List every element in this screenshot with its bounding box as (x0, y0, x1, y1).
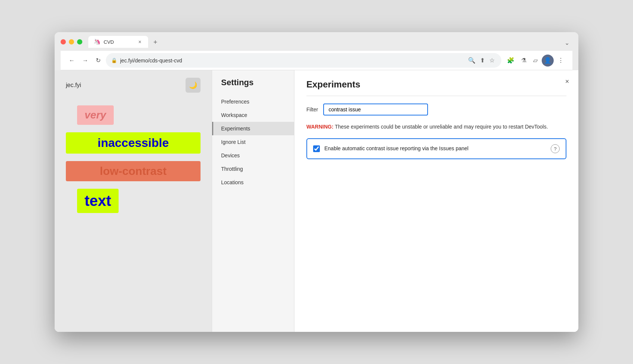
toolbar-buttons: 🧩 ⚗ ▱ 👤 ⋮ (504, 55, 566, 67)
settings-nav-experiments[interactable]: Experiments (212, 122, 294, 135)
filter-label: Filter (306, 107, 318, 112)
settings-nav-preferences[interactable]: Preferences (212, 95, 294, 108)
tab-favicon: 🦄 (94, 38, 101, 45)
window-controls (61, 39, 82, 44)
settings-nav-ignore-list[interactable]: Ignore List (212, 135, 294, 149)
lock-icon: 🔒 (111, 58, 117, 63)
experiments-button[interactable]: ⚗ (519, 55, 529, 66)
settings-divider (306, 96, 566, 96)
share-button[interactable]: ⬆ (478, 55, 486, 65)
extensions-button[interactable]: 🧩 (504, 55, 517, 66)
new-tab-button[interactable]: + (150, 37, 161, 48)
tab-title: CVD (104, 39, 114, 45)
url-bar: 🔒 🔍 ⬆ ☆ (106, 53, 501, 68)
settings-nav-locations[interactable]: Locations (212, 176, 294, 189)
dark-mode-button[interactable]: 🌙 (186, 78, 201, 93)
bookmark-button[interactable]: ☆ (488, 55, 496, 65)
title-bar: 🦄 CVD × + ⌄ ← → ↻ 🔒 🔍 ⬆ ☆ (55, 32, 578, 70)
search-url-button[interactable]: 🔍 (467, 55, 477, 65)
devtools-panel: Settings Preferences Workspace Experimen… (212, 70, 578, 332)
split-screen-button[interactable]: ▱ (530, 55, 540, 66)
filter-input[interactable] (323, 104, 428, 115)
back-button[interactable]: ← (67, 56, 77, 65)
tab-close-button[interactable]: × (137, 38, 143, 46)
settings-close-button[interactable]: × (562, 76, 572, 87)
settings-title: Settings (212, 78, 294, 95)
title-bar-top: 🦄 CVD × + ⌄ (61, 36, 572, 48)
warning-text: WARNING: These experiments could be unst… (306, 123, 566, 131)
demo-text-text: text (77, 189, 119, 213)
settings-nav-throttling[interactable]: Throttling (212, 162, 294, 176)
demo-text-very: very (77, 105, 114, 125)
browser-window: 🦄 CVD × + ⌄ ← → ↻ 🔒 🔍 ⬆ ☆ (55, 32, 578, 332)
forward-button[interactable]: → (80, 56, 91, 65)
experiment-item: Enable automatic contrast issue reportin… (306, 138, 566, 159)
profile-button[interactable]: 👤 (542, 55, 554, 67)
site-name-label: jec.fyi (66, 82, 81, 89)
close-window-button[interactable] (61, 39, 66, 44)
experiments-panel: × Experiments Filter WARNING: These expe… (294, 70, 578, 332)
menu-button[interactable]: ⋮ (555, 55, 566, 66)
warning-suffix: These experiments could be unstable or u… (333, 124, 548, 130)
settings-sidebar: Settings Preferences Workspace Experimen… (212, 70, 294, 332)
experiments-title: Experiments (306, 79, 566, 90)
webpage-panel: jec.fyi 🌙 very inaccessible low-contrast… (55, 70, 212, 332)
maximize-window-button[interactable] (77, 39, 82, 44)
demo-text-inaccessible: inaccessible (66, 132, 201, 154)
tabs-row: 🦄 CVD × + ⌄ (88, 36, 572, 48)
address-bar: ← → ↻ 🔒 🔍 ⬆ ☆ 🧩 ⚗ ▱ 👤 ⋮ (61, 51, 572, 70)
browser-tab[interactable]: 🦄 CVD × (88, 36, 148, 48)
page-content: jec.fyi 🌙 very inaccessible low-contrast… (55, 70, 578, 332)
tab-list-button[interactable]: ⌄ (562, 38, 572, 48)
experiment-checkbox[interactable] (313, 145, 320, 152)
demo-text-low-contrast: low-contrast (66, 161, 201, 181)
settings-nav-devices[interactable]: Devices (212, 149, 294, 162)
warning-prefix: WARNING: (306, 124, 333, 130)
experiment-help-button[interactable]: ? (551, 144, 560, 153)
url-actions: 🔍 ⬆ ☆ (467, 55, 496, 65)
settings-overlay: Settings Preferences Workspace Experimen… (212, 70, 578, 332)
minimize-window-button[interactable] (69, 39, 74, 44)
url-input[interactable] (120, 58, 464, 64)
experiment-label: Enable automatic contrast issue reportin… (324, 145, 546, 152)
site-header: jec.fyi 🌙 (66, 78, 201, 93)
filter-row: Filter (306, 104, 566, 115)
settings-nav-workspace[interactable]: Workspace (212, 108, 294, 122)
refresh-button[interactable]: ↻ (94, 55, 103, 65)
